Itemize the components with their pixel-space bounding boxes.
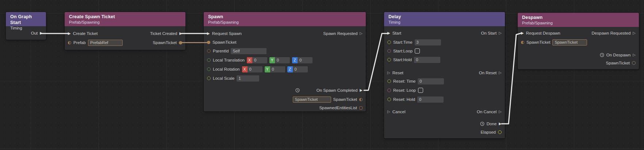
right-port-group: On Despawn▷ [600,53,636,57]
start-time-port[interactable] [387,40,391,44]
start-loop-checkbox[interactable] [415,48,420,54]
z-component[interactable]: Z0 [292,57,313,63]
port-row: Local Scale1 [204,75,366,82]
spawnticket-input[interactable]: SpawnTicket [552,39,587,46]
node-header-despawn[interactable]: DespawnPrefab/Spawning [518,13,639,27]
right-port-group: SpawnedEntitiesList [319,106,363,110]
ticket-created-port[interactable]: ▶ [179,32,182,35]
port-row: Out▶ [6,29,46,37]
reset-hold-input[interactable]: 0 [417,96,444,103]
y-component[interactable]: Y0 [269,57,290,63]
local-translation-label: Local Translation [213,58,245,62]
right-port-group: Elapsed [480,130,502,134]
spawnticket-port[interactable] [207,41,210,44]
cancel-port[interactable]: ▷ [387,110,390,114]
create-ticket-port[interactable]: ▶ [68,32,71,35]
x-component[interactable]: X0 [242,66,262,72]
y-badge: Y [269,57,275,63]
reset-loop-checkbox[interactable] [418,88,423,93]
z-component[interactable]: Z0 [287,66,308,72]
port-row: On Despawn▷ [518,51,639,59]
spawnticket-label: SpawnTicket [333,97,357,102]
x-value-input[interactable]: 0 [248,66,262,72]
port-row: Start:Loop [384,47,505,55]
node-on-graph-start[interactable]: On Graph StartTimingOut▶ [6,12,46,40]
reset-time-input[interactable]: 0 [418,78,444,84]
z-badge: Z [292,57,298,63]
node-despawn[interactable]: DespawnPrefab/Spawning▶Request DespawnDe… [518,13,639,69]
y-component[interactable]: Y0 [265,66,285,72]
spawnedentitieslist-port[interactable] [359,106,363,110]
elapsed-port[interactable] [498,130,502,134]
node-header-create-spawn-ticket[interactable]: Create Spawn TicketPrefab/Spawning [65,12,185,26]
z-value-input[interactable]: 0 [293,66,308,72]
local-scale-label: Local Scale [213,76,234,80]
on-spawn-completed-port[interactable]: ▶ [360,88,363,92]
reset-hold-port[interactable] [387,98,391,101]
done-port[interactable]: ▶ [499,122,502,126]
node-delay[interactable]: DelayTiming▶StartOn Start▷Start:Time3Sta… [384,12,505,138]
x-value-input[interactable]: 0 [252,57,267,63]
start-label: Start [392,31,401,35]
local-scale-port[interactable] [207,76,211,80]
reset-port[interactable]: ▷ [387,71,390,75]
create-ticket-label: Create Ticket [73,31,98,36]
prefab-port[interactable] [68,41,71,44]
start-loop-port[interactable] [387,49,391,53]
left-port-group: ▶Start [387,31,401,35]
spawnticket-port[interactable] [521,41,524,44]
local-translation-port[interactable] [207,58,211,62]
start-time-input[interactable]: 3 [415,39,441,46]
left-port-group: Local RotationX0Y0Z0 [207,66,308,72]
spawnticket-port[interactable] [179,41,182,44]
start-hold-input[interactable]: 0 [414,57,440,63]
node-header-on-graph-start[interactable]: On Graph StartTiming [6,12,46,26]
port-row: SpawnTicket [204,39,366,46]
reset-loop-port[interactable] [387,88,391,92]
node-create-spawn-ticket[interactable]: Create Spawn TicketPrefab/Spawning▶Creat… [65,12,185,50]
spawnticket-port[interactable] [632,61,636,65]
local-rotation-port[interactable] [207,67,211,71]
request-despawn-port[interactable]: ▶ [521,31,524,35]
node-subtitle: Prefab/Spawning [69,20,181,25]
node-header-spawn[interactable]: SpawnPrefab/Spawning [204,12,366,26]
node-spawn[interactable]: SpawnPrefab/Spawning▶Request SpawnSpawn … [204,12,366,111]
port-row: ▷CancelOn Cancel▷ [384,108,505,115]
port-row: SpawnTicketSpawnTicket [518,39,639,46]
parentid-input[interactable]: Self [231,48,267,54]
on-cancel-label: On Cancel [477,110,497,114]
reset-time-port[interactable] [387,79,391,83]
left-port-group: Start:Hold0 [387,57,440,63]
local-rotation-xyz-fields: X0Y0Z0 [242,66,308,72]
parentid-port[interactable] [207,49,211,53]
local-scale-input[interactable]: 1 [237,75,259,82]
z-value-input[interactable]: 0 [298,57,313,63]
left-port-group: Reset: Loop [387,88,423,93]
on-despawn-port[interactable]: ▷ [633,53,636,57]
y-value-input[interactable]: 0 [275,57,290,63]
port-row: Elapsed [384,129,505,136]
spawn-requested-port[interactable]: ▷ [360,32,363,35]
left-port-group: ▶Create Ticket [68,31,97,36]
x-badge: X [242,66,248,72]
out-port[interactable]: ▶ [40,31,43,35]
despawn-requested-port[interactable]: ▷ [633,31,636,35]
start-port[interactable]: ▶ [387,31,390,35]
request-spawn-label: Request Spawn [212,31,242,36]
x-component[interactable]: X0 [247,57,267,63]
start-hold-port[interactable] [387,58,391,62]
on-cancel-port[interactable]: ▷ [499,110,502,114]
on-start-port[interactable]: ▷ [499,31,502,35]
local-translation-xyz-fields: X0Y0Z0 [247,57,313,63]
spawnticket-port[interactable] [359,98,363,101]
prefab-input[interactable]: PrefabRef [88,40,123,46]
on-reset-port[interactable]: ▷ [499,71,502,75]
spawnedentitieslist-label: SpawnedEntitiesList [319,106,357,110]
spawnticket-out-input[interactable]: SpawnTicket [293,96,331,103]
request-spawn-port[interactable]: ▶ [207,32,210,35]
right-port-group: Out▶ [31,31,43,35]
graph-canvas[interactable]: On Graph StartTimingOut▶Create Spawn Tic… [0,0,644,150]
y-value-input[interactable]: 0 [270,66,285,72]
reset-label: Reset [392,71,403,75]
node-header-delay[interactable]: DelayTiming [384,12,505,26]
